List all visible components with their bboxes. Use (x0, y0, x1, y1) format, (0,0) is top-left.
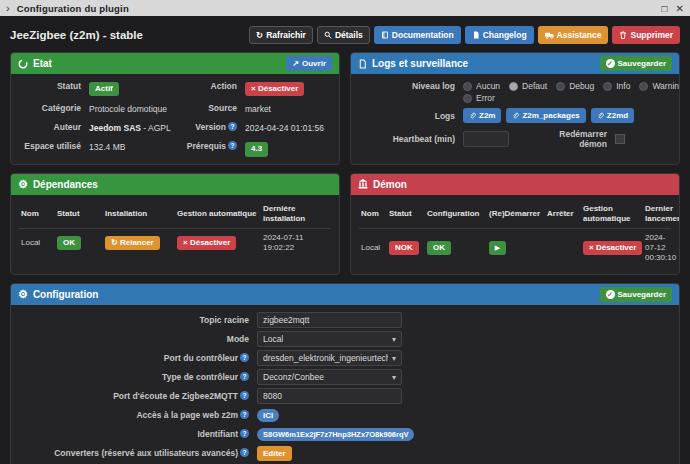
type-controleur-select[interactable]: Deconz/Conbee▾ (257, 369, 402, 385)
radio-warning[interactable]: Warning (639, 81, 680, 91)
mode-select[interactable]: Local▾ (257, 331, 402, 347)
demon-status-badge: NOK (389, 241, 419, 255)
radio-debug-label: Debug (569, 81, 594, 91)
demon-config-badge: OK (427, 241, 451, 255)
type-controleur-label: Type de contrôleur? (19, 372, 257, 382)
radio-defaut[interactable]: Defaut (509, 81, 547, 91)
dep-col-nom: Nom (19, 202, 55, 229)
help-icon[interactable]: ? (240, 410, 249, 419)
radio-error[interactable]: Error (463, 93, 495, 103)
status-badge: Actif (89, 82, 119, 96)
window-titlebar: › Configuration du plugin □ ✕ (0, 0, 690, 16)
port-ecoute-input[interactable] (257, 388, 402, 404)
logs-label: Logs (359, 111, 455, 121)
dep-relaunch-button[interactable]: ↻ Relancer (105, 236, 160, 250)
restart-demon-label: Redémarrer démon (543, 129, 607, 149)
topic-racine-label: Topic racine (19, 315, 257, 325)
demon-col-nom: Nom (359, 202, 387, 229)
refresh-button[interactable]: ↻ Rafraichir (249, 26, 313, 44)
panel-dependances: ⚙ Dépendances Nom Statut Installation Ge… (10, 173, 340, 275)
radio-error-label: Error (476, 93, 495, 103)
radio-debug[interactable]: Debug (556, 81, 594, 91)
disable-plugin-label: Désactiver (258, 84, 298, 93)
acces-web-label: Accès à la page web z2m? (19, 410, 257, 420)
radio-icon (463, 94, 472, 103)
radio-aucun[interactable]: Aucun (463, 81, 500, 91)
config-save-button[interactable]: ✓ Sauvegarder (600, 287, 672, 302)
demon-col-statut: Statut (387, 202, 425, 229)
dep-col-derniere: Dernière installation (261, 202, 331, 229)
source-label: Source (175, 103, 237, 114)
log-z2m-button[interactable]: Z2m (463, 108, 501, 123)
close-icon[interactable]: ✕ (676, 3, 684, 14)
prerequis-label: Prérequis? (175, 141, 237, 152)
help-icon[interactable]: ? (240, 391, 249, 400)
help-icon[interactable]: ? (240, 448, 249, 457)
logs-save-button[interactable]: ✓ Sauvegarder (600, 56, 672, 71)
help-icon[interactable]: ? (240, 429, 249, 438)
documentation-button[interactable]: Documentation (374, 26, 461, 44)
espace-label: Espace utilisé (19, 141, 81, 152)
refresh-button-label: Rafraichir (266, 30, 306, 40)
log-z2md-button[interactable]: Z2md (591, 108, 634, 123)
demon-col-configuration: Configuration (425, 202, 487, 229)
radio-warning-label: Warning (652, 81, 680, 91)
source-value: market (245, 103, 271, 115)
identifiant-label: Identifiant? (19, 429, 257, 439)
converters-edit-button[interactable]: Editer (257, 446, 292, 461)
disable-plugin-button[interactable]: × Désactiver (245, 82, 304, 96)
x-icon: × (183, 238, 188, 247)
restart-demon-checkbox[interactable] (615, 134, 625, 144)
demon-start-button[interactable]: ▶ (489, 241, 506, 255)
help-icon[interactable]: ? (240, 353, 249, 362)
log-z2m-packages-button[interactable]: Z2m_packages (506, 108, 585, 123)
page-header: JeeZigbee (z2m) - stable ↻ Rafraichir Dé… (10, 26, 680, 44)
help-icon[interactable]: ? (228, 141, 237, 150)
mode-label: Mode (19, 334, 257, 344)
help-icon[interactable]: ? (240, 372, 249, 381)
port-controleur-select[interactable]: dresden_elektronik_ingenieurtechnik_▾ (257, 350, 402, 366)
paperclip-icon (512, 112, 519, 120)
demon-col-arreter: Arrêter (545, 202, 581, 229)
open-button[interactable]: ↗ Ouvrir (286, 56, 332, 71)
ambulance-icon (545, 31, 554, 39)
page-title: JeeZigbee (z2m) - stable (10, 29, 143, 41)
panel-demon: Démon Nom Statut Configuration (Re)Démar… (350, 173, 680, 275)
window-title: Configuration du plugin (17, 3, 129, 14)
page-content: JeeZigbee (z2m) - stable ↻ Rafraichir Dé… (0, 16, 690, 464)
dep-derniere-value: 2024-07-11 19:02:22 (261, 228, 331, 257)
delete-button[interactable]: Supprimer (612, 26, 680, 44)
identifiant-badge[interactable]: S8GW6m1Ex2jF7z7Hnp3HZx7O8k906rqV (257, 428, 414, 441)
help-icon[interactable]: ? (228, 122, 237, 131)
gears-icon: ⚙ (18, 288, 28, 301)
dep-col-statut: Statut (55, 202, 103, 229)
version-value: 2024-04-24 01:01:56 (245, 122, 324, 134)
assistance-button[interactable]: Assistance (538, 26, 609, 44)
panel-demon-title: Démon (373, 179, 407, 190)
details-button[interactable]: Détails (317, 26, 370, 44)
delete-button-label: Supprimer (630, 30, 673, 40)
chevron-down-icon: ▾ (392, 335, 396, 344)
log-file-icon (358, 59, 367, 69)
maximize-icon[interactable]: □ (662, 3, 668, 14)
changelog-button[interactable]: Changelog (465, 26, 534, 44)
search-icon (324, 31, 332, 39)
log-z2m-packages-label: Z2m_packages (522, 111, 579, 120)
panel-logs-header: Logs et surveillance ✓ Sauvegarder (351, 53, 679, 74)
prerequis-badge: 4.3 (245, 142, 268, 156)
heartbeat-input[interactable] (463, 131, 509, 147)
ici-link[interactable]: ICI (257, 409, 279, 422)
radio-icon (509, 82, 518, 91)
chevron-right-icon[interactable]: › (6, 2, 10, 14)
espace-value: 132.4 MB (89, 141, 125, 153)
log-z2md-label: Z2md (607, 111, 628, 120)
topic-racine-input[interactable] (257, 312, 402, 328)
demon-disable-button[interactable]: × Désactiver (583, 241, 642, 255)
radio-icon (639, 82, 648, 91)
x-icon: × (251, 84, 256, 93)
documentation-button-label: Documentation (392, 30, 454, 40)
radio-defaut-label: Defaut (522, 81, 547, 91)
categorie-label: Catégorie (19, 103, 81, 114)
dep-disable-button[interactable]: × Désactiver (177, 236, 236, 250)
radio-info[interactable]: Info (603, 81, 630, 91)
